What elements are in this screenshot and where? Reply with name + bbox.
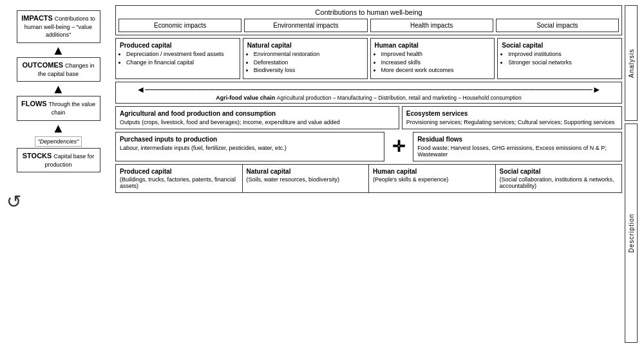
stocks-section: STOCKS Capital base for production [5, 148, 111, 172]
flows-box: FLOWS Through the value chain [17, 96, 100, 120]
contributions-section: Contributions to human well-being Econom… [115, 5, 622, 35]
flows-title: FLOWS [21, 100, 47, 107]
outcomes-box: OUTCOMES Changes in the capital base [17, 57, 100, 82]
environmental-impacts-box: Environmental impacts [244, 19, 367, 32]
flows-section: FLOWS Through the value chain [5, 96, 111, 120]
impacts-box: IMPACTS Contributions to human well-bein… [17, 10, 100, 43]
left-panel: IMPACTS Contributions to human well-bein… [5, 5, 111, 343]
social-capital-list: Improved institutions Stronger social ne… [502, 51, 618, 66]
right-wrapper: Contributions to human well-being Econom… [115, 5, 639, 343]
purchased-sub: Labour, intermediate inputs (fuel, ferti… [120, 145, 287, 151]
outcomes-title: OUTCOMES [23, 61, 64, 69]
stocks-box: STOCKS Capital base for production [17, 148, 100, 172]
agri-sub: Outputs (crops, livestock, food and beve… [120, 119, 340, 125]
arrow-1: ▲ [5, 43, 111, 57]
stocks-sub: Capital base for production [44, 153, 94, 168]
stock-social: Social capital (Social collaboration, in… [496, 165, 622, 192]
value-chain-sub: Agricultural production – Manufacturing … [277, 95, 522, 101]
purchased-box: Purchased inputs to production Labour, i… [115, 132, 384, 161]
eco-box: Ecosystem services Provisioning services… [402, 106, 622, 129]
residual-box: Residual flows Food waste; Harvest losse… [413, 132, 622, 161]
stock-human: Human capital (People's skills & experie… [369, 165, 496, 192]
health-impacts-box: Health impacts [370, 19, 493, 32]
right-content: Contributions to human well-being Econom… [115, 5, 622, 343]
flows-sub: Through the value chain [48, 101, 95, 116]
impacts-title: IMPACTS [21, 14, 53, 22]
contributions-title: Contributions to human well-being [118, 8, 619, 16]
contributions-boxes: Economic impacts Environmental impacts H… [118, 19, 619, 32]
eco-sub: Provisioning services; Regulating servic… [406, 119, 615, 125]
dependencies-label: "Dependencies" [35, 136, 82, 147]
economic-impacts-box: Economic impacts [118, 19, 242, 32]
purchased-residual-row: Purchased inputs to production Labour, i… [115, 132, 622, 161]
stock-produced: Produced capital (Buildings, trucks, fac… [116, 165, 243, 192]
outcomes-section: OUTCOMES Changes in the capital base [5, 57, 111, 82]
social-capital-outcomes: Social capital Improved institutions Str… [497, 38, 622, 79]
agri-box: Agricultural and food production and con… [115, 106, 399, 129]
analysis-label: Analysis [625, 5, 638, 121]
dependencies-section: "Dependencies" [5, 135, 111, 148]
description-label: Description [625, 124, 638, 343]
social-impacts-box: Social impacts [496, 19, 619, 32]
outcomes-row: Produced capital Depreciation / investme… [115, 38, 622, 79]
impacts-section: IMPACTS Contributions to human well-bein… [5, 5, 111, 43]
side-labels: Analysis Description [625, 5, 639, 343]
crosshair-icon: ✛ [387, 132, 410, 161]
residual-sub: Food waste; Harvest losses, GHG emission… [417, 145, 607, 158]
natural-capital-outcomes: Natural capital Environmental restoratio… [243, 38, 368, 79]
agri-eco-row: Agricultural and food production and con… [115, 106, 622, 129]
value-chain-section: ◄───────────────────────────────────────… [115, 82, 622, 104]
produced-capital-outcomes: Produced capital Depreciation / investme… [115, 38, 240, 79]
stock-natural: Natural capital (Soils, water resources,… [243, 165, 370, 192]
produced-capital-list: Depreciation / investment fixed assets C… [120, 51, 236, 66]
stocks-title: STOCKS [23, 152, 52, 160]
human-capital-list: Improved health Increased skills More de… [375, 51, 491, 75]
curved-arrow-icon: ↺ [6, 191, 21, 212]
arrow-2: ▲ [5, 82, 111, 96]
human-capital-outcomes: Human capital Improved health Increased … [370, 38, 495, 79]
natural-capital-list: Environmental restoration Deforestation … [247, 51, 363, 75]
arrow-3: ▲ [5, 121, 111, 135]
value-chain-title: Agri-food value chain [216, 95, 275, 101]
stocks-bottom-row: Produced capital (Buildings, trucks, fac… [115, 164, 622, 193]
value-chain-arrow-icon: ◄───────────────────────────────────────… [120, 84, 618, 95]
